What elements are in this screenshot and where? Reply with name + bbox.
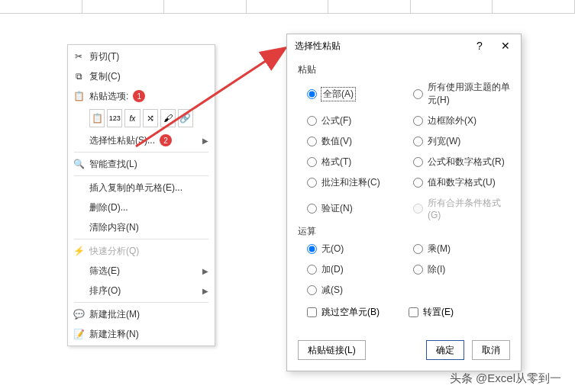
help-button[interactable]: ? xyxy=(469,37,490,55)
radio-op-divide-label: 除(I) xyxy=(428,263,445,276)
radio-formulas-num-fmt-label: 公式和数字格式(R) xyxy=(428,156,505,169)
check-skip-blanks-label: 跳过空单元(B) xyxy=(321,306,380,319)
scissors-icon: ✂ xyxy=(73,51,85,62)
menu-filter-label: 筛选(E) xyxy=(89,265,120,278)
menu-copy[interactable]: ⧉ 复制(C) xyxy=(68,66,215,86)
menu-new-comment[interactable]: 💬 新建批注(M) xyxy=(68,304,215,324)
radio-all-merge-cond: 所有合并条件格式(G) xyxy=(413,197,510,220)
paste-radio-group: 全部(A) 所有使用源主题的单元(H) 公式(F) 边框除外(X) 数值(V) … xyxy=(298,81,510,220)
annotation-badge-2: 2 xyxy=(160,134,172,146)
menu-copy-label: 复制(C) xyxy=(89,70,121,83)
menu-separator xyxy=(74,302,208,303)
ok-button[interactable]: 确定 xyxy=(426,340,464,360)
radio-validation[interactable]: 验证(N) xyxy=(307,197,404,220)
menu-paste-special[interactable]: 选择性粘贴(S)... 2 ▶ xyxy=(68,130,215,150)
checkbox-row: 跳过空单元(B) 转置(E) xyxy=(298,300,510,326)
radio-op-multiply[interactable]: 乘(M) xyxy=(413,243,510,255)
comment-icon: 💬 xyxy=(73,309,85,320)
radio-op-add-label: 加(D) xyxy=(321,263,344,276)
quick-analysis-icon: ⚡ xyxy=(73,246,85,256)
radio-formulas-label: 公式(F) xyxy=(321,114,351,127)
context-menu: ✂ 剪切(T) ⧉ 复制(C) 📋 粘贴选项: 1 📋 123 fx ⤭ 🖌 🔗… xyxy=(67,44,215,346)
menu-delete[interactable]: 删除(D)... xyxy=(68,198,215,217)
copy-icon: ⧉ xyxy=(73,71,85,82)
radio-op-subtract[interactable]: 减(S) xyxy=(307,284,404,297)
menu-paste-special-label: 选择性粘贴(S)... xyxy=(89,134,155,147)
paste-icon-formulas[interactable]: fx xyxy=(124,109,140,127)
radio-op-none[interactable]: 无(O) xyxy=(307,243,404,255)
menu-sort[interactable]: 排序(O) ▶ xyxy=(68,281,215,300)
radio-values-num-fmt[interactable]: 值和数字格式(U) xyxy=(413,176,510,189)
dialog-footer: 粘贴链接(L) 确定 取消 xyxy=(287,337,521,371)
radio-borders-except[interactable]: 边框除外(X) xyxy=(413,114,510,127)
radio-op-subtract-label: 减(S) xyxy=(321,284,343,297)
menu-separator xyxy=(74,152,208,153)
menu-paste-options: 📋 粘贴选项: 1 xyxy=(68,86,215,106)
menu-smart-lookup[interactable]: 🔍 智能查找(L) xyxy=(68,154,215,174)
radio-all-merge-cond-label: 所有合并条件格式(G) xyxy=(428,197,510,220)
paste-icon-formatting[interactable]: 🖌 xyxy=(160,109,176,127)
menu-insert-copied[interactable]: 插入复制的单元格(E)... xyxy=(68,178,215,198)
radio-formats[interactable]: 格式(T) xyxy=(307,156,404,169)
watermark-text: 头条 @Excel从零到一 xyxy=(450,371,561,386)
paste-options-icons: 📋 123 fx ⤭ 🖌 🔗 xyxy=(68,106,215,130)
clipboard-icon: 📋 xyxy=(73,91,85,101)
radio-comments-label: 批注和注释(C) xyxy=(321,176,380,189)
radio-comments[interactable]: 批注和注释(C) xyxy=(307,176,404,189)
menu-insert-copied-label: 插入复制的单元格(E)... xyxy=(89,182,183,194)
radio-all-label: 全部(A) xyxy=(321,88,355,101)
check-transpose[interactable]: 转置(E) xyxy=(409,306,501,319)
radio-op-none-label: 无(O) xyxy=(321,243,344,255)
chevron-right-icon: ▶ xyxy=(202,137,208,145)
menu-new-note[interactable]: 📝 新建注释(N) xyxy=(68,324,215,344)
menu-cut-label: 剪切(T) xyxy=(89,50,119,63)
radio-formulas[interactable]: 公式(F) xyxy=(307,114,404,127)
check-transpose-label: 转置(E) xyxy=(423,306,454,319)
menu-filter[interactable]: 筛选(E) ▶ xyxy=(68,261,215,281)
menu-clear-contents-label: 清除内容(N) xyxy=(89,221,139,234)
cancel-button[interactable]: 取消 xyxy=(472,340,510,360)
chevron-right-icon: ▶ xyxy=(202,267,208,275)
search-icon: 🔍 xyxy=(73,159,85,169)
paste-icon-all[interactable]: 📋 xyxy=(89,109,105,127)
menu-new-note-label: 新建注释(N) xyxy=(89,328,139,341)
radio-validation-label: 验证(N) xyxy=(321,202,353,215)
radio-col-widths[interactable]: 列宽(W) xyxy=(413,135,510,148)
menu-new-comment-label: 新建批注(M) xyxy=(89,308,140,321)
close-button[interactable]: ✕ xyxy=(495,37,516,55)
radio-all-source-theme[interactable]: 所有使用源主题的单元(H) xyxy=(413,81,510,107)
radio-formats-label: 格式(T) xyxy=(321,156,351,169)
radio-values-label: 数值(V) xyxy=(321,135,352,148)
radio-op-divide[interactable]: 除(I) xyxy=(413,263,510,276)
menu-quick-analysis: ⚡ 快速分析(Q) xyxy=(68,241,215,261)
chevron-right-icon: ▶ xyxy=(202,287,208,295)
radio-all-source-theme-label: 所有使用源主题的单元(H) xyxy=(428,81,510,107)
paste-special-dialog: 选择性粘贴 ? ✕ 粘贴 全部(A) 所有使用源主题的单元(H) 公式(F) 边… xyxy=(286,34,522,371)
radio-op-add[interactable]: 加(D) xyxy=(307,263,404,276)
menu-cut[interactable]: ✂ 剪切(T) xyxy=(68,47,215,66)
menu-delete-label: 删除(D)... xyxy=(89,201,128,214)
radio-values-num-fmt-label: 值和数字格式(U) xyxy=(428,176,496,189)
menu-sort-label: 排序(O) xyxy=(89,284,121,297)
menu-paste-options-label: 粘贴选项: xyxy=(89,90,128,103)
radio-values[interactable]: 数值(V) xyxy=(307,135,404,148)
dialog-title: 选择性粘贴 xyxy=(295,40,341,53)
radio-col-widths-label: 列宽(W) xyxy=(428,135,460,148)
paste-group-label: 粘贴 xyxy=(298,63,510,76)
menu-smart-lookup-label: 智能查找(L) xyxy=(89,158,137,171)
menu-separator xyxy=(74,239,208,239)
check-skip-blanks[interactable]: 跳过空单元(B) xyxy=(307,306,399,319)
menu-separator xyxy=(74,175,208,176)
radio-all[interactable]: 全部(A) xyxy=(307,81,404,107)
paste-icon-transpose[interactable]: ⤭ xyxy=(143,109,158,127)
annotation-badge-1: 1 xyxy=(133,90,145,102)
dialog-titlebar: 选择性粘贴 ? ✕ xyxy=(287,34,521,57)
paste-icon-values[interactable]: 123 xyxy=(107,109,122,127)
operation-group-label: 运算 xyxy=(298,225,510,238)
paste-icon-link[interactable]: 🔗 xyxy=(178,109,193,127)
radio-borders-except-label: 边框除外(X) xyxy=(428,114,476,127)
radio-formulas-num-fmt[interactable]: 公式和数字格式(R) xyxy=(413,156,510,169)
spreadsheet-column-headers xyxy=(0,0,575,14)
paste-link-button[interactable]: 粘贴链接(L) xyxy=(298,340,366,360)
menu-clear-contents[interactable]: 清除内容(N) xyxy=(68,217,215,237)
